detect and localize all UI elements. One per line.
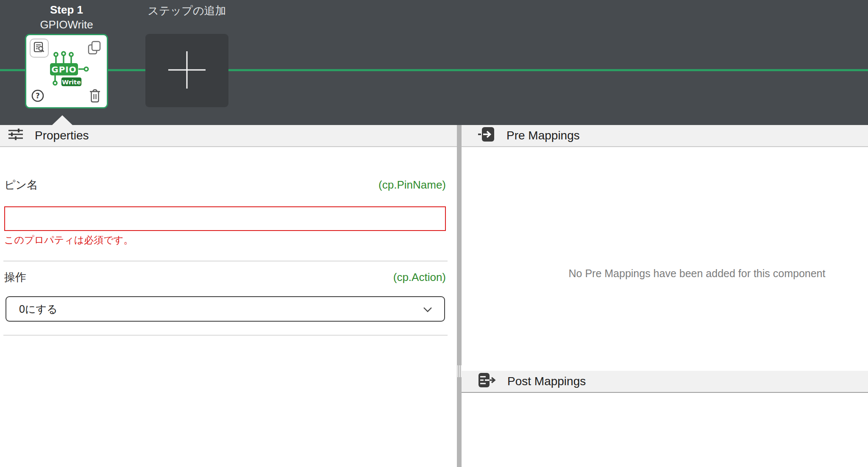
pinname-input[interactable] <box>4 206 446 231</box>
svg-text:GPIO: GPIO <box>51 64 77 75</box>
field-divider <box>3 261 448 261</box>
plus-icon <box>165 48 209 94</box>
svg-text:?: ? <box>36 92 40 100</box>
gpio-write-component-icon: GPIO Write <box>42 50 91 92</box>
field-divider <box>3 335 448 336</box>
pre-mappings-header: Pre Mappings <box>462 125 868 147</box>
import-arrow-icon <box>478 126 495 146</box>
workflow-connector-line <box>0 69 868 71</box>
add-step-label: ステップの追加 <box>145 3 228 18</box>
svg-text:Write: Write <box>62 79 81 86</box>
field-row-action: 操作 (cp.Action) <box>4 270 446 285</box>
pre-mappings-empty-text: No Pre Mappings have been added for this… <box>526 267 868 280</box>
step1-title: Step 1 <box>11 3 122 17</box>
sliders-icon <box>8 127 24 145</box>
action-field-label: 操作 <box>4 270 26 285</box>
pinname-field-label: ピン名 <box>4 178 38 192</box>
step-card-gpiowrite[interactable]: GPIO Write ? <box>25 34 108 108</box>
post-mappings-header: Post Mappings <box>462 371 868 393</box>
selected-step-pointer <box>52 115 72 125</box>
chevron-down-icon <box>423 303 432 315</box>
action-select-value: 0にする <box>19 302 58 316</box>
step1-subtitle: GPIOWrite <box>11 17 122 32</box>
properties-header: Properties <box>0 125 457 147</box>
add-step-button[interactable] <box>145 34 228 107</box>
panel-splitter[interactable] <box>457 125 462 467</box>
trash-icon <box>89 89 101 105</box>
help-circle-icon: ? <box>31 89 45 104</box>
action-select[interactable]: 0にする <box>6 296 445 322</box>
action-binding-code: (cp.Action) <box>393 271 446 284</box>
pinname-binding-code: (cp.PinName) <box>378 178 446 192</box>
field-row-pinname: ピン名 (cp.PinName) <box>4 178 446 192</box>
pinname-required-error: このプロパティは必須です。 <box>4 234 133 247</box>
export-arrow-icon <box>478 372 496 392</box>
workflow-canvas: Step 1 GPIOWrite ステップの追加 <box>0 0 868 125</box>
properties-title: Properties <box>35 129 89 142</box>
step-help-button[interactable]: ? <box>31 89 45 104</box>
pre-mappings-title: Pre Mappings <box>506 129 580 142</box>
delete-step-button[interactable] <box>88 89 102 104</box>
app-root: Step 1 GPIOWrite ステップの追加 <box>0 0 868 467</box>
splitter-grip-icon <box>457 365 462 377</box>
properties-panel: Properties ピン名 (cp.PinName) このプロパティは必須です… <box>0 125 457 467</box>
mappings-panel: Pre Mappings No Pre Mappings have been a… <box>462 125 868 467</box>
post-mappings-title: Post Mappings <box>507 375 586 388</box>
step1-label: Step 1 GPIOWrite <box>11 3 122 32</box>
